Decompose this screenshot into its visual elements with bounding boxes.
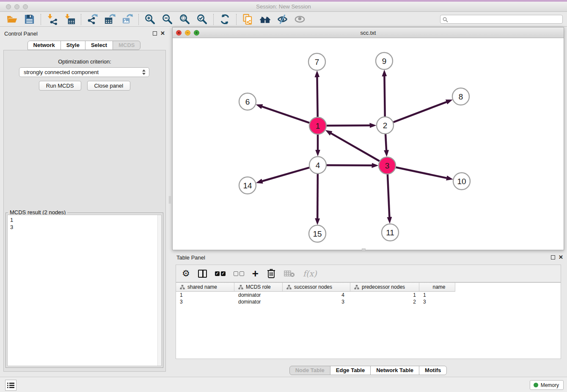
column-type-icon (354, 285, 359, 290)
table-body: 1dominator4113dominator323 (176, 292, 561, 305)
table-cell[interactable]: 3 (283, 298, 350, 305)
table-settings-gear-icon[interactable]: ⚙ (182, 269, 190, 278)
tab-mcds[interactable]: MCDS (113, 41, 140, 50)
result-scrollbar[interactable] (157, 215, 161, 366)
control-panel: Control Panel ✕ Network Style Select MCD… (0, 27, 168, 377)
memory-label: Memory (541, 382, 559, 388)
tab-node-table[interactable]: Node Table (289, 366, 330, 375)
table-cell[interactable]: dominator (234, 292, 283, 298)
vertical-splitter-handle[interactable] (169, 196, 171, 204)
delete-column-trash-icon[interactable] (267, 268, 276, 279)
export-image-icon[interactable] (121, 14, 133, 25)
import-network-icon[interactable] (47, 14, 58, 25)
table-row[interactable]: 3dominator323 (176, 298, 561, 305)
home-view-icon[interactable] (259, 14, 271, 25)
search-input[interactable] (450, 16, 560, 23)
list-icon (7, 382, 14, 389)
add-column-plus-icon[interactable]: + (252, 269, 259, 278)
select-all-checkboxes-icon[interactable]: ✓✓ (215, 271, 226, 276)
mcds-result-groupbox: MCDS result (2 nodes) 13 (6, 213, 163, 368)
column-header-mcds-role[interactable]: MCDS role (234, 283, 283, 292)
dropdown-spinner-icon (142, 69, 146, 75)
graph-edge-3-1[interactable] (331, 133, 380, 161)
zoom-in-icon[interactable] (144, 14, 156, 25)
graph-edge-1-7[interactable] (317, 77, 317, 117)
table-cell[interactable]: 1 (419, 292, 455, 298)
clone-network-icon[interactable] (242, 14, 253, 25)
toolbar-separator (213, 14, 214, 25)
criterion-dropdown-value: strongly connected component (24, 69, 99, 75)
save-session-icon[interactable] (24, 14, 35, 25)
deselect-all-checkboxes-icon[interactable] (234, 271, 244, 276)
delete-table-icon[interactable] (284, 270, 295, 277)
graph-edge-2-9[interactable] (384, 76, 385, 116)
toolbar-separator (138, 14, 139, 25)
column-header-predecessor-nodes[interactable]: predecessor nodes (350, 283, 419, 292)
table-cell[interactable]: 4 (283, 292, 350, 298)
table-cell[interactable]: 1 (176, 292, 234, 298)
graph-edge-3-10[interactable] (396, 167, 447, 178)
table-header-row: shared name MCDS role successor nodes pr… (176, 283, 561, 292)
table-cell[interactable]: 3 (419, 298, 455, 305)
table-cell[interactable]: dominator (234, 298, 283, 305)
refresh-layout-icon[interactable] (219, 14, 231, 25)
graph-node-label: 7 (315, 58, 319, 66)
table-cell[interactable]: 2 (350, 298, 419, 305)
memory-status-dot-icon (534, 383, 538, 387)
tab-select[interactable]: Select (85, 41, 113, 50)
export-network-icon[interactable] (87, 14, 98, 25)
criterion-dropdown[interactable]: strongly connected component (19, 67, 149, 77)
graph-edge-1-2[interactable] (327, 125, 370, 126)
mcds-result-line: 3 (10, 224, 159, 231)
table-cell[interactable]: 1 (350, 292, 419, 298)
graph-edge-4-14[interactable] (262, 168, 309, 181)
tab-edge-table[interactable]: Edge Table (330, 366, 371, 375)
graph-edge-3-11[interactable] (388, 174, 389, 217)
memory-button[interactable]: Memory (530, 380, 564, 390)
zoom-out-icon[interactable] (162, 14, 173, 25)
open-session-icon[interactable] (6, 14, 18, 25)
zoom-fit-icon[interactable] (179, 14, 190, 25)
show-all-eye-icon[interactable] (294, 14, 306, 25)
task-history-button[interactable] (5, 380, 17, 391)
float-panel-icon[interactable] (551, 255, 555, 259)
mcds-result-line: 1 (10, 216, 159, 224)
column-header-shared-name[interactable]: shared name (176, 283, 234, 292)
search-field[interactable] (440, 15, 563, 24)
window-titlebar: Session: New Session (0, 2, 567, 12)
run-mcds-button[interactable]: Run MCDS (39, 81, 81, 91)
tab-network-table[interactable]: Network Table (370, 366, 419, 375)
close-panel-icon[interactable]: ✕ (559, 254, 563, 260)
hide-selected-eye-slash-icon[interactable] (277, 14, 288, 25)
graph-node-label: 15 (313, 229, 322, 238)
zoom-selected-icon[interactable] (196, 14, 208, 25)
column-type-icon (180, 285, 185, 290)
function-builder-icon[interactable]: f(x) (303, 269, 317, 278)
network-canvas[interactable]: 1234678910111415 (173, 38, 564, 250)
tab-style[interactable]: Style (61, 41, 85, 50)
graph-node-label: 9 (382, 57, 387, 66)
graph-edge-2-3[interactable] (385, 134, 386, 150)
export-table-icon[interactable] (104, 14, 116, 25)
graph-edge-1-6[interactable] (262, 107, 309, 123)
close-panel-button[interactable]: Close panel (87, 81, 131, 91)
column-header-name[interactable]: name (419, 283, 455, 292)
network-window-title: scc.txt (173, 30, 564, 36)
graph-edge-2-8[interactable] (394, 102, 447, 122)
tab-motifs[interactable]: Motifs (419, 366, 447, 375)
mcds-result-textarea[interactable]: 13 (7, 215, 162, 366)
float-panel-icon[interactable] (153, 31, 157, 36)
graph-node-label: 2 (383, 121, 388, 130)
table-cell[interactable]: 3 (176, 298, 234, 305)
graph-edge-4-3[interactable] (327, 165, 372, 166)
graph-edge-4-15[interactable] (317, 174, 318, 218)
tab-network[interactable]: Network (28, 41, 61, 50)
import-table-icon[interactable] (64, 14, 75, 25)
toolbar-separator (81, 14, 81, 25)
node-table: shared name MCDS role successor nodes pr… (176, 282, 561, 359)
table-row[interactable]: 1dominator411 (176, 292, 561, 298)
split-columns-icon[interactable] (198, 270, 207, 278)
close-panel-icon[interactable]: ✕ (160, 30, 165, 36)
window-title: Session: New Session (0, 3, 567, 10)
column-header-successor-nodes[interactable]: successor nodes (283, 283, 350, 292)
